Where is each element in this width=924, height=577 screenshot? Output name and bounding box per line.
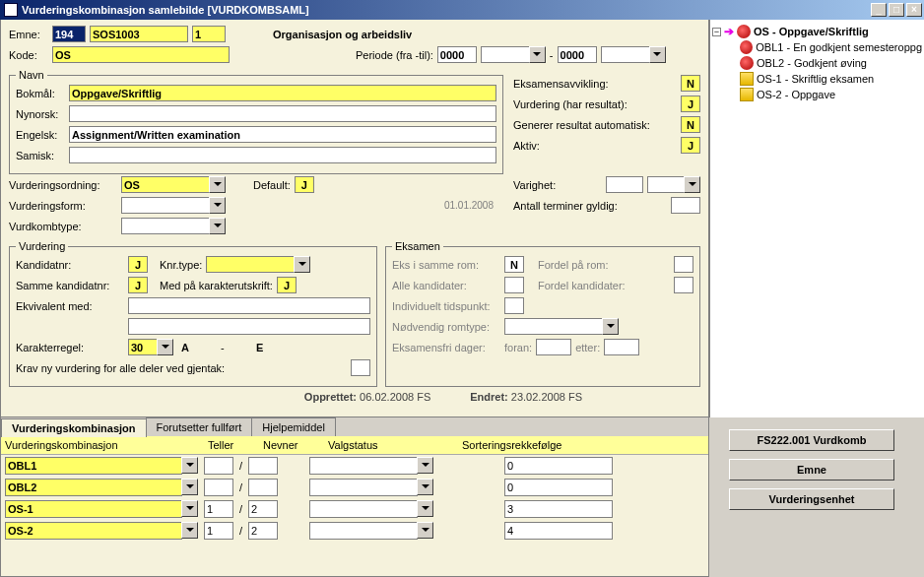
periode-to-dropdown[interactable] <box>649 46 666 63</box>
grid-teller-input[interactable] <box>204 500 233 518</box>
indtid-input[interactable] <box>504 297 524 314</box>
fordelkand-input[interactable] <box>674 277 693 293</box>
grid-teller-input[interactable] <box>204 457 233 475</box>
grid-vk-input[interactable] <box>5 522 182 540</box>
tree-child[interactable]: OBL1 - En godkjent semesteroppg <box>740 39 922 55</box>
grid-vk-input[interactable] <box>5 457 182 475</box>
vurdkombtype-dropdown[interactable] <box>209 218 226 234</box>
foran-input[interactable] <box>536 339 571 355</box>
tree-child[interactable]: OS-2 - Oppgave <box>740 87 922 102</box>
grid-nevner-input[interactable] <box>248 500 278 518</box>
grid-sort-input[interactable] <box>504 500 613 518</box>
nynorsk-input[interactable] <box>69 105 496 122</box>
emne-button[interactable]: Emne <box>729 459 894 481</box>
allekand-label: Alle kandidater: <box>392 280 500 291</box>
vurdordning-input[interactable] <box>121 176 210 193</box>
tree-root[interactable]: − ➔ OS - Oppgave/Skriftlig <box>712 24 922 39</box>
grid-nevner-input[interactable] <box>248 522 278 540</box>
tree-child[interactable]: OS-1 - Skriftlig eksamen <box>740 71 922 87</box>
varighet-dropdown[interactable] <box>684 176 700 193</box>
tab-vurdkomb[interactable]: Vurderingskombinasjon <box>1 418 147 437</box>
tab-hjelpemiddel[interactable]: Hjelpemiddel <box>251 417 336 436</box>
samisk-input[interactable] <box>69 147 496 163</box>
termgyldig-input[interactable] <box>671 197 700 214</box>
karregel-input[interactable] <box>128 339 158 355</box>
emne-code-input[interactable] <box>52 26 86 42</box>
periode-from-term[interactable] <box>481 46 530 63</box>
vurdform-input[interactable] <box>121 197 210 214</box>
vurdordning-dropdown[interactable] <box>209 176 226 193</box>
grid-sort-input[interactable] <box>504 457 613 475</box>
periode-from-input[interactable] <box>437 46 477 63</box>
grid-vk-dropdown[interactable] <box>181 457 198 474</box>
bokmal-input[interactable] <box>69 85 496 101</box>
grid-sort-input[interactable] <box>504 479 613 496</box>
kode-input[interactable] <box>52 46 230 63</box>
ekv-input-1[interactable] <box>128 297 370 314</box>
grid-teller-input[interactable] <box>204 479 233 496</box>
allekand-input[interactable] <box>504 277 524 293</box>
knrtype-dropdown[interactable] <box>294 256 310 273</box>
varighet-input[interactable] <box>606 176 643 193</box>
periode-to-input[interactable] <box>558 46 597 63</box>
knrtype-input[interactable] <box>206 256 295 273</box>
fs222-button[interactable]: FS222.001 Vurdkomb <box>729 429 894 451</box>
romtype-dropdown[interactable] <box>602 318 619 335</box>
vurdering-fieldset: Vurdering Kandidatnr: Knr.type: Samme ka… <box>9 240 377 387</box>
medpaa-input[interactable] <box>277 277 297 293</box>
knrtype-label: Knr.type: <box>160 259 202 271</box>
vurdres-input[interactable] <box>681 96 700 112</box>
grid-valgstatus-dropdown[interactable] <box>417 457 433 474</box>
grid-vk-input[interactable] <box>5 479 182 496</box>
indtid-label: Individuelt tidspunkt: <box>392 300 500 312</box>
eksavvikling-input[interactable] <box>681 75 700 92</box>
kandidatnr-input[interactable] <box>128 256 148 273</box>
krav-label: Krav ny vurdering for alle deler ved gje… <box>16 362 347 374</box>
vurderingsenhet-button[interactable]: Vurderingsenhet <box>729 488 894 510</box>
minimize-button[interactable]: _ <box>871 3 887 17</box>
grid-valgstatus-dropdown[interactable] <box>417 522 433 539</box>
engelsk-input[interactable] <box>69 126 496 143</box>
grid-vk-input[interactable] <box>5 500 182 518</box>
close-button[interactable]: × <box>906 3 922 17</box>
vurdform-dropdown[interactable] <box>209 197 226 214</box>
default-input[interactable] <box>295 176 314 193</box>
sammerom-input[interactable] <box>504 256 524 273</box>
grid-valgstatus-input[interactable] <box>309 479 418 496</box>
grid-vk-dropdown[interactable] <box>181 479 198 495</box>
grid-valgstatus-input[interactable] <box>309 522 418 540</box>
grid-nevner-input[interactable] <box>248 479 278 496</box>
periode-to-term[interactable] <box>601 46 650 63</box>
vurdkombtype-input[interactable] <box>121 218 210 234</box>
tab-forutsetter[interactable]: Forutsetter fullført <box>146 417 253 436</box>
periode-from-dropdown[interactable] <box>529 46 546 63</box>
tree-child-label: OS-1 - Skriftlig eksamen <box>757 73 874 85</box>
maximize-button[interactable]: □ <box>889 3 904 17</box>
fordelrom-input[interactable] <box>674 256 693 273</box>
grid-vk-dropdown[interactable] <box>181 522 198 539</box>
grid-valgstatus-input[interactable] <box>309 500 418 518</box>
varighet-label: Varighet: <box>513 179 602 191</box>
grid-vk-dropdown[interactable] <box>181 500 198 517</box>
etter-input[interactable] <box>604 339 639 355</box>
emne-id-input[interactable] <box>90 26 188 42</box>
gridhdr-teller: Teller <box>208 439 257 451</box>
krav-input[interactable] <box>351 359 370 376</box>
ekv-label: Ekvivalent med: <box>16 300 124 312</box>
sammekand-input[interactable] <box>128 277 148 293</box>
genauto-input[interactable] <box>681 116 700 133</box>
grid-valgstatus-input[interactable] <box>309 457 418 475</box>
grid-teller-input[interactable] <box>204 522 233 540</box>
karregel-dropdown[interactable] <box>157 339 173 355</box>
romtype-input[interactable] <box>504 318 603 335</box>
grid-valgstatus-dropdown[interactable] <box>417 479 433 495</box>
emne-ver-input[interactable] <box>192 26 226 42</box>
aktiv-input[interactable] <box>681 137 700 154</box>
grid-valgstatus-dropdown[interactable] <box>417 500 433 517</box>
grid-nevner-input[interactable] <box>248 457 278 475</box>
tree-child[interactable]: OBL2 - Godkjent øving <box>740 55 922 71</box>
ekv-input-2[interactable] <box>128 318 370 335</box>
collapse-icon[interactable]: − <box>712 28 721 36</box>
varighet-unit[interactable] <box>647 176 685 193</box>
grid-sort-input[interactable] <box>504 522 613 540</box>
